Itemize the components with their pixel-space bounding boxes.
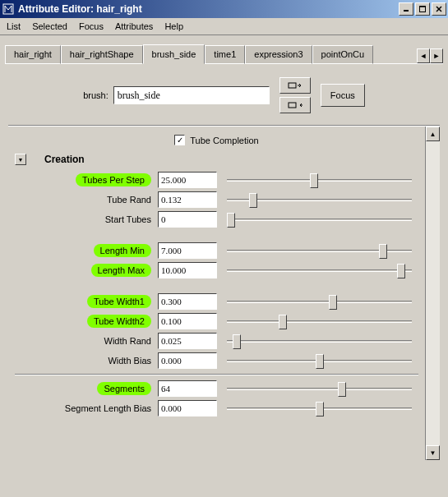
brush-name-input[interactable] [113, 86, 270, 104]
input-length-max[interactable] [158, 262, 217, 278]
tab-hair-right[interactable]: hair_right [5, 45, 61, 64]
row-width-bias: Width Bias [8, 351, 425, 370]
tube-completion-checkbox[interactable]: ✓ [174, 135, 185, 145]
slider-tube-rand[interactable] [227, 191, 412, 208]
input-length-min[interactable] [158, 242, 217, 259]
label-seg-len-bias: Segment Length Bias [15, 403, 153, 413]
window-title: Attribute Editor: hair_right [18, 3, 399, 15]
slider-tube-width2[interactable] [227, 313, 412, 329]
row-tubes-per-step: Tubes Per Step [8, 170, 425, 190]
focus-button[interactable]: Focus [321, 84, 365, 107]
menu-attributes[interactable]: Attributes [115, 21, 153, 31]
slider-width-bias[interactable] [227, 352, 412, 369]
input-tube-width1[interactable] [158, 293, 217, 310]
tab-panel: brush: Focus ✓ Tube Completion ▼ Creatio… [5, 63, 443, 460]
attribute-content: ✓ Tube Completion ▼ Creation Tubes Per S… [8, 127, 425, 460]
maximize-button[interactable] [415, 2, 430, 16]
menu-bar: List Selected Focus Attributes Help [0, 18, 448, 35]
slider-segments[interactable] [227, 380, 412, 397]
row-tube-width1: Tube Width1 [8, 292, 425, 311]
load-brush-button[interactable] [279, 77, 311, 94]
minimize-button[interactable] [399, 2, 413, 16]
label-tube-rand: Tube Rand [15, 195, 153, 205]
scroll-up-button[interactable]: ▲ [426, 127, 440, 141]
window-titlebar: Attribute Editor: hair_right [0, 0, 448, 18]
scroll-down-button[interactable]: ▼ [426, 445, 440, 460]
label-width-bias: Width Bias [15, 356, 153, 366]
input-tube-width2[interactable] [158, 313, 217, 329]
row-tube-width2: Tube Width2 [8, 311, 425, 331]
input-start-tubes[interactable] [158, 211, 217, 228]
tab-brush-side[interactable]: brush_side [143, 44, 206, 64]
input-tube-rand[interactable] [158, 191, 217, 208]
slider-start-tubes[interactable] [227, 211, 412, 228]
label-start-tubes: Start Tubes [15, 214, 153, 224]
tab-pointoncu[interactable]: pointOnCu [312, 45, 374, 64]
row-tube-rand: Tube Rand [8, 190, 425, 209]
label-tubes-per-step: Tubes Per Step [76, 173, 151, 186]
input-seg-len-bias[interactable] [158, 400, 217, 416]
tube-completion-label: Tube Completion [190, 136, 258, 145]
label-length-max: Length Max [91, 264, 151, 277]
label-tube-width2: Tube Width2 [87, 315, 151, 328]
separator [15, 374, 418, 375]
slider-tube-width1[interactable] [227, 293, 412, 310]
input-tubes-per-step[interactable] [158, 172, 217, 188]
close-button[interactable] [432, 2, 446, 16]
tab-row: hair_right hair_rightShape brush_side ti… [0, 35, 448, 63]
section-creation-header: ▼ Creation [8, 154, 425, 170]
brush-row: brush: Focus [5, 77, 443, 120]
select-brush-button[interactable] [279, 97, 311, 113]
brush-label: brush: [83, 90, 109, 100]
menu-focus[interactable]: Focus [79, 21, 104, 31]
slider-tubes-per-step[interactable] [227, 172, 412, 188]
menu-list[interactable]: List [7, 21, 21, 31]
slider-length-max[interactable] [227, 262, 412, 278]
section-collapse-button[interactable]: ▼ [15, 154, 26, 165]
svg-rect-6 [289, 83, 296, 88]
section-creation-title: Creation [44, 154, 85, 165]
tab-hair-right-shape[interactable]: hair_rightShape [61, 45, 143, 64]
input-width-bias[interactable] [158, 352, 217, 369]
row-width-rand: Width Rand [8, 331, 425, 351]
slider-seg-len-bias[interactable] [227, 400, 412, 416]
row-length-max: Length Max [8, 260, 425, 280]
slider-width-rand[interactable] [227, 333, 412, 349]
tube-completion-row: ✓ Tube Completion [8, 133, 425, 154]
svg-rect-7 [289, 103, 296, 108]
row-length-min: Length Min [8, 241, 425, 260]
label-segments: Segments [97, 382, 151, 395]
tab-expression3[interactable]: expression3 [245, 45, 312, 64]
vertical-scrollbar[interactable]: ▲ ▼ [425, 127, 440, 460]
row-segments: Segments [8, 379, 425, 398]
menu-selected[interactable]: Selected [32, 21, 67, 31]
tab-time1[interactable]: time1 [205, 45, 245, 64]
input-width-rand[interactable] [158, 333, 217, 349]
row-start-tubes: Start Tubes [8, 209, 425, 229]
tab-scroll-right[interactable]: ► [430, 48, 443, 63]
scroll-track[interactable] [426, 141, 440, 445]
menu-help[interactable]: Help [164, 21, 183, 31]
tab-scroll-left[interactable]: ◄ [417, 48, 430, 63]
row-seg-len-bias: Segment Length Bias [8, 398, 425, 418]
app-icon [2, 2, 15, 16]
slider-length-min[interactable] [227, 242, 412, 259]
label-width-rand: Width Rand [15, 336, 153, 346]
label-tube-width1: Tube Width1 [87, 295, 151, 308]
label-length-min: Length Min [94, 244, 151, 257]
input-segments[interactable] [158, 380, 217, 397]
